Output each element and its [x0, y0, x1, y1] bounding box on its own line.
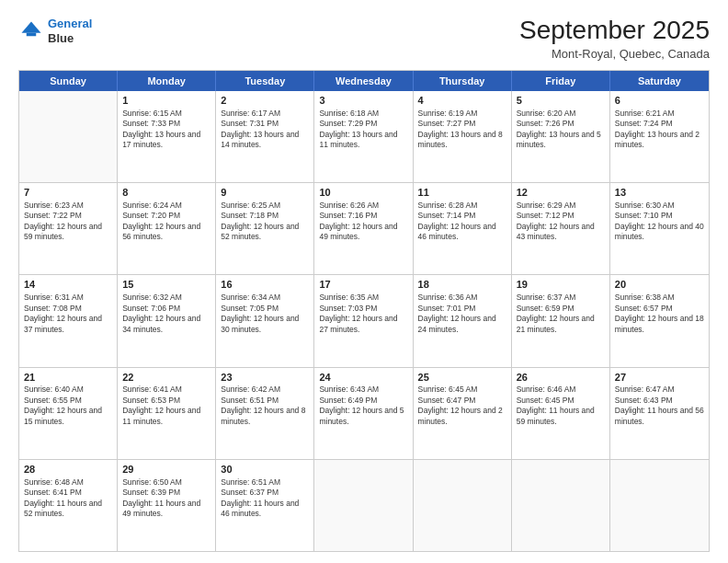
- sunset-text: Sunset: 6:53 PM: [122, 396, 210, 406]
- calendar: SundayMondayTuesdayWednesdayThursdayFrid…: [18, 70, 710, 552]
- day-of-week-thursday: Thursday: [414, 71, 512, 91]
- calendar-cell-4-1: 29Sunrise: 6:50 AMSunset: 6:39 PMDayligh…: [118, 460, 216, 551]
- daylight-text: Daylight: 12 hours and 18 minutes.: [615, 314, 704, 335]
- day-number: 18: [418, 278, 506, 292]
- calendar-cell-1-1: 8Sunrise: 6:24 AMSunset: 7:20 PMDaylight…: [118, 183, 216, 274]
- daylight-text: Daylight: 11 hours and 49 minutes.: [122, 499, 210, 520]
- day-number: 20: [615, 278, 704, 292]
- svg-rect-1: [27, 32, 37, 36]
- calendar-row-1: 7Sunrise: 6:23 AMSunset: 7:22 PMDaylight…: [19, 182, 709, 274]
- sunrise-text: Sunrise: 6:31 AM: [24, 293, 112, 303]
- day-number: 15: [122, 278, 210, 292]
- calendar-cell-3-2: 23Sunrise: 6:42 AMSunset: 6:51 PMDayligh…: [216, 368, 314, 459]
- calendar-cell-4-3: [314, 460, 413, 551]
- sunset-text: Sunset: 6:39 PM: [122, 488, 210, 498]
- sunrise-text: Sunrise: 6:15 AM: [122, 109, 210, 119]
- calendar-cell-3-4: 25Sunrise: 6:45 AMSunset: 6:47 PMDayligh…: [414, 368, 512, 459]
- sunrise-text: Sunrise: 6:24 AM: [122, 201, 210, 211]
- title-block: September 2025 Mont-Royal, Quebec, Canad…: [519, 17, 710, 61]
- calendar-cell-0-0: [19, 91, 118, 182]
- calendar-body: 1Sunrise: 6:15 AMSunset: 7:33 PMDaylight…: [19, 91, 709, 551]
- sunset-text: Sunset: 7:18 PM: [221, 211, 309, 221]
- sunrise-text: Sunrise: 6:18 AM: [319, 109, 407, 119]
- sunrise-text: Sunrise: 6:23 AM: [24, 201, 112, 211]
- daylight-text: Daylight: 11 hours and 56 minutes.: [615, 406, 704, 427]
- calendar-cell-0-4: 4Sunrise: 6:19 AMSunset: 7:27 PMDaylight…: [414, 91, 512, 182]
- calendar-cell-0-2: 2Sunrise: 6:17 AMSunset: 7:31 PMDaylight…: [216, 91, 314, 182]
- day-number: 27: [615, 371, 704, 385]
- day-number: 9: [221, 186, 309, 200]
- sunset-text: Sunset: 6:41 PM: [24, 488, 112, 498]
- day-number: 16: [221, 278, 309, 292]
- sunset-text: Sunset: 6:55 PM: [24, 396, 112, 406]
- calendar-cell-0-5: 5Sunrise: 6:20 AMSunset: 7:26 PMDaylight…: [512, 91, 610, 182]
- calendar-cell-4-6: [610, 460, 709, 551]
- daylight-text: Daylight: 12 hours and 21 minutes.: [517, 314, 605, 335]
- daylight-text: Daylight: 12 hours and 34 minutes.: [122, 314, 210, 335]
- day-of-week-sunday: Sunday: [19, 71, 118, 91]
- calendar-row-0: 1Sunrise: 6:15 AMSunset: 7:33 PMDaylight…: [19, 91, 709, 182]
- sunrise-text: Sunrise: 6:19 AM: [418, 109, 506, 119]
- daylight-text: Daylight: 13 hours and 8 minutes.: [418, 130, 506, 151]
- calendar-cell-2-5: 19Sunrise: 6:37 AMSunset: 6:59 PMDayligh…: [512, 275, 610, 366]
- daylight-text: Daylight: 12 hours and 49 minutes.: [319, 222, 407, 243]
- sunrise-text: Sunrise: 6:21 AM: [615, 109, 704, 119]
- sunset-text: Sunset: 6:49 PM: [319, 396, 407, 406]
- sunrise-text: Sunrise: 6:46 AM: [517, 385, 605, 395]
- calendar-cell-0-3: 3Sunrise: 6:18 AMSunset: 7:29 PMDaylight…: [314, 91, 413, 182]
- sunrise-text: Sunrise: 6:25 AM: [221, 201, 309, 211]
- daylight-text: Daylight: 12 hours and 43 minutes.: [517, 222, 605, 243]
- calendar-cell-4-0: 28Sunrise: 6:48 AMSunset: 6:41 PMDayligh…: [19, 460, 118, 551]
- sunset-text: Sunset: 6:43 PM: [615, 396, 704, 406]
- daylight-text: Daylight: 12 hours and 11 minutes.: [122, 406, 210, 427]
- daylight-text: Daylight: 12 hours and 5 minutes.: [319, 406, 407, 427]
- calendar-cell-4-4: [414, 460, 512, 551]
- calendar-cell-2-0: 14Sunrise: 6:31 AMSunset: 7:08 PMDayligh…: [19, 275, 118, 366]
- daylight-text: Daylight: 13 hours and 11 minutes.: [319, 130, 407, 151]
- sunrise-text: Sunrise: 6:47 AM: [615, 385, 704, 395]
- sunrise-text: Sunrise: 6:38 AM: [615, 293, 704, 303]
- calendar-cell-3-3: 24Sunrise: 6:43 AMSunset: 6:49 PMDayligh…: [314, 368, 413, 459]
- daylight-text: Daylight: 11 hours and 59 minutes.: [517, 406, 605, 427]
- day-of-week-friday: Friday: [512, 71, 610, 91]
- svg-marker-0: [22, 21, 41, 32]
- daylight-text: Daylight: 12 hours and 37 minutes.: [24, 314, 112, 335]
- daylight-text: Daylight: 13 hours and 2 minutes.: [615, 130, 704, 151]
- day-number: 24: [319, 371, 407, 385]
- sunrise-text: Sunrise: 6:34 AM: [221, 293, 309, 303]
- sunset-text: Sunset: 7:31 PM: [221, 119, 309, 129]
- day-of-week-saturday: Saturday: [610, 71, 709, 91]
- sunset-text: Sunset: 7:03 PM: [319, 304, 407, 314]
- calendar-cell-1-0: 7Sunrise: 6:23 AMSunset: 7:22 PMDaylight…: [19, 183, 118, 274]
- sunrise-text: Sunrise: 6:42 AM: [221, 385, 309, 395]
- day-number: 6: [615, 94, 704, 108]
- daylight-text: Daylight: 12 hours and 30 minutes.: [221, 314, 309, 335]
- daylight-text: Daylight: 12 hours and 56 minutes.: [122, 222, 210, 243]
- sunset-text: Sunset: 6:57 PM: [615, 304, 704, 314]
- calendar-cell-2-2: 16Sunrise: 6:34 AMSunset: 7:05 PMDayligh…: [216, 275, 314, 366]
- daylight-text: Daylight: 12 hours and 52 minutes.: [221, 222, 309, 243]
- day-number: 28: [24, 463, 112, 477]
- calendar-cell-3-0: 21Sunrise: 6:40 AMSunset: 6:55 PMDayligh…: [19, 368, 118, 459]
- day-number: 3: [319, 94, 407, 108]
- sunrise-text: Sunrise: 6:43 AM: [319, 385, 407, 395]
- daylight-text: Daylight: 13 hours and 17 minutes.: [122, 130, 210, 151]
- sunset-text: Sunset: 7:05 PM: [221, 304, 309, 314]
- calendar-row-4: 28Sunrise: 6:48 AMSunset: 6:41 PMDayligh…: [19, 459, 709, 551]
- day-number: 17: [319, 278, 407, 292]
- calendar-cell-1-4: 11Sunrise: 6:28 AMSunset: 7:14 PMDayligh…: [414, 183, 512, 274]
- main-title: September 2025: [519, 17, 710, 45]
- sunrise-text: Sunrise: 6:41 AM: [122, 385, 210, 395]
- sunset-text: Sunset: 7:12 PM: [517, 211, 605, 221]
- sunset-text: Sunset: 6:51 PM: [221, 396, 309, 406]
- daylight-text: Daylight: 12 hours and 8 minutes.: [221, 406, 309, 427]
- day-number: 23: [221, 371, 309, 385]
- calendar-cell-3-6: 27Sunrise: 6:47 AMSunset: 6:43 PMDayligh…: [610, 368, 709, 459]
- calendar-cell-4-2: 30Sunrise: 6:51 AMSunset: 6:37 PMDayligh…: [216, 460, 314, 551]
- day-number: 8: [122, 186, 210, 200]
- sunset-text: Sunset: 7:16 PM: [319, 211, 407, 221]
- sunrise-text: Sunrise: 6:37 AM: [517, 293, 605, 303]
- sunset-text: Sunset: 7:08 PM: [24, 304, 112, 314]
- sunrise-text: Sunrise: 6:36 AM: [418, 293, 506, 303]
- sunset-text: Sunset: 7:20 PM: [122, 211, 210, 221]
